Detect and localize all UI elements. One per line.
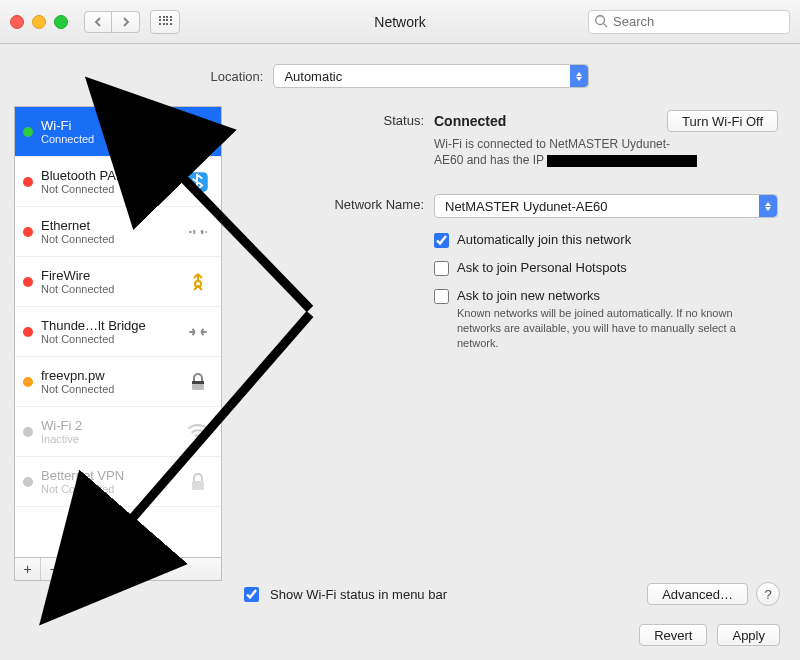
status-dot-inactive: [23, 477, 33, 487]
service-betternet-vpn[interactable]: Betternet VPN Not Connected: [15, 457, 221, 507]
status-dot-inactive: [23, 427, 33, 437]
location-row: Location: Automatic: [0, 44, 800, 106]
chevron-down-icon: [81, 562, 87, 576]
auto-join-checkbox[interactable]: [434, 233, 449, 248]
ask-hotspot-checkbox[interactable]: [434, 261, 449, 276]
window-controls: [10, 15, 68, 29]
network-name-value: NetMASTER Uydunet-AE60: [445, 199, 608, 214]
show-in-menubar-checkbox[interactable]: [244, 587, 259, 602]
lock-icon: [183, 367, 213, 397]
ask-hotspot-label: Ask to join Personal Hotspots: [457, 260, 627, 275]
wifi-grey-icon: [183, 417, 213, 447]
detail-panel: Status: Connected Turn Wi-Fi Off Wi-Fi i…: [236, 106, 786, 581]
service-sub: Not Connected: [41, 283, 175, 295]
service-name: Wi-Fi: [41, 118, 175, 133]
network-name-label: Network Name:: [244, 194, 434, 212]
svg-rect-6: [192, 381, 204, 384]
service-actions-button[interactable]: [67, 558, 93, 580]
advanced-button[interactable]: Advanced…: [647, 583, 748, 605]
search-field-wrapper: [588, 10, 790, 34]
status-dot-disconnected: [23, 227, 33, 237]
search-input[interactable]: [588, 10, 790, 34]
service-list-toolbar: + −: [14, 558, 222, 581]
add-service-button[interactable]: +: [15, 558, 41, 580]
service-list[interactable]: Wi-Fi Connected Bluetooth PAN Not Connec…: [14, 106, 222, 558]
back-button[interactable]: [84, 11, 112, 33]
service-name: Bluetooth PAN: [41, 168, 175, 183]
ask-new-hint: Known networks will be joined automatica…: [457, 306, 777, 351]
network-name-popup[interactable]: NetMASTER Uydunet-AE60: [434, 194, 778, 218]
grid-icon: [159, 16, 171, 28]
location-label: Location:: [211, 69, 264, 84]
ask-new-label: Ask to join new networks: [457, 288, 777, 303]
service-sub: Not Connected: [41, 333, 175, 345]
firewire-icon: [183, 267, 213, 297]
zoom-window[interactable]: [54, 15, 68, 29]
lock-grey-icon: [183, 467, 213, 497]
popup-arrows-icon: [759, 195, 777, 217]
service-name: Wi-Fi 2: [41, 418, 175, 433]
auto-join-row: Automatically join this network: [434, 232, 778, 248]
status-description: Wi-Fi is connected to NetMASTER Uydunet-…: [434, 136, 778, 168]
forward-button[interactable]: [112, 11, 140, 33]
show-all-prefs-button[interactable]: [150, 10, 180, 34]
network-name-row: Network Name: NetMASTER Uydunet-AE60: [244, 194, 778, 218]
location-popup[interactable]: Automatic: [273, 64, 589, 88]
svg-point-7: [197, 438, 200, 441]
chevron-left-icon: [93, 17, 103, 27]
auto-join-label: Automatically join this network: [457, 232, 631, 247]
ethernet-icon: [183, 217, 213, 247]
service-name: Thunde…lt Bridge: [41, 318, 175, 333]
revert-button[interactable]: Revert: [639, 624, 707, 646]
window-body: Location: Automatic Wi-Fi Connected: [0, 44, 800, 660]
service-sub: Not Connected: [41, 383, 175, 395]
ask-new-checkbox[interactable]: [434, 289, 449, 304]
service-sub: Connected: [41, 133, 175, 145]
gear-icon: [73, 562, 79, 576]
turn-wifi-off-button[interactable]: Turn Wi-Fi Off: [667, 110, 778, 132]
service-wifi-2[interactable]: Wi-Fi 2 Inactive: [15, 407, 221, 457]
service-name: FireWire: [41, 268, 175, 283]
footer: Revert Apply: [639, 624, 780, 646]
svg-point-0: [596, 15, 605, 24]
status-label: Status:: [244, 110, 434, 128]
service-name: Betternet VPN: [41, 468, 175, 483]
service-firewire[interactable]: FireWire Not Connected: [15, 257, 221, 307]
search-icon: [594, 14, 608, 28]
service-ethernet[interactable]: Ethernet Not Connected: [15, 207, 221, 257]
service-freevpn[interactable]: freevpn.pw Not Connected: [15, 357, 221, 407]
wifi-icon: [183, 117, 213, 147]
bottom-row: Show Wi-Fi status in menu bar Advanced… …: [240, 582, 780, 606]
svg-point-2: [196, 138, 199, 141]
status-dot-amber: [23, 377, 33, 387]
svg-rect-8: [192, 481, 204, 490]
status-dot-disconnected: [23, 327, 33, 337]
show-in-menubar-label: Show Wi-Fi status in menu bar: [270, 587, 447, 602]
bluetooth-icon: [183, 167, 213, 197]
nav-segment: [84, 11, 140, 33]
status-value: Connected: [434, 113, 506, 129]
ask-new-row: Ask to join new networks Known networks …: [434, 288, 778, 351]
help-button[interactable]: ?: [756, 582, 780, 606]
close-window[interactable]: [10, 15, 24, 29]
ask-hotspot-row: Ask to join Personal Hotspots: [434, 260, 778, 276]
remove-service-button[interactable]: −: [41, 558, 67, 580]
sidebar: Wi-Fi Connected Bluetooth PAN Not Connec…: [14, 106, 222, 581]
service-wifi[interactable]: Wi-Fi Connected: [15, 107, 221, 157]
service-sub: Not Connected: [41, 183, 175, 195]
service-sub: Inactive: [41, 433, 175, 445]
service-name: freevpn.pw: [41, 368, 175, 383]
chevron-right-icon: [121, 17, 131, 27]
minimize-window[interactable]: [32, 15, 46, 29]
status-dot-connected: [23, 127, 33, 137]
status-row: Status: Connected Turn Wi-Fi Off Wi-Fi i…: [244, 110, 778, 168]
status-dot-disconnected: [23, 177, 33, 187]
thunderbolt-icon: [183, 317, 213, 347]
redacted-ip: [547, 155, 697, 167]
apply-button[interactable]: Apply: [717, 624, 780, 646]
service-bluetooth-pan[interactable]: Bluetooth PAN Not Connected: [15, 157, 221, 207]
main-area: Wi-Fi Connected Bluetooth PAN Not Connec…: [0, 106, 800, 581]
service-sub: Not Connected: [41, 483, 175, 495]
service-thunderbolt-bridge[interactable]: Thunde…lt Bridge Not Connected: [15, 307, 221, 357]
svg-line-1: [604, 23, 608, 27]
